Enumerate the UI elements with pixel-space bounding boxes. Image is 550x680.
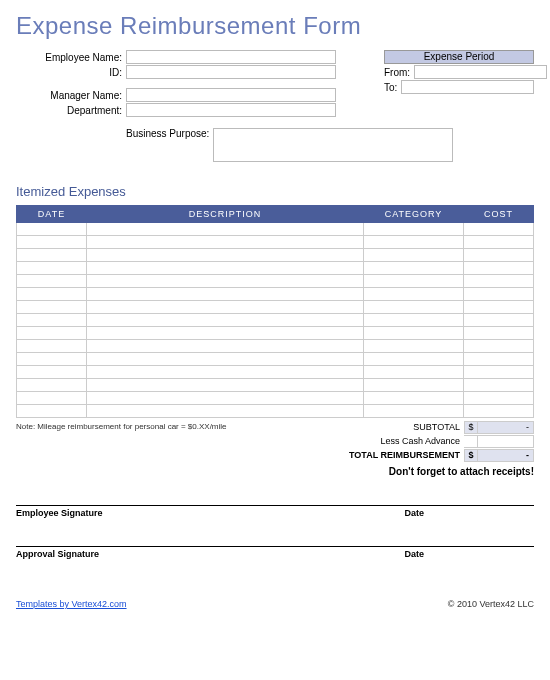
to-label: To: <box>384 82 401 93</box>
cell-description[interactable] <box>87 366 364 379</box>
employee-signature-date-label: Date <box>404 508 424 518</box>
cell-cost[interactable] <box>464 392 534 405</box>
table-row <box>17 392 534 405</box>
subtotal-label: SUBTOTAL <box>284 422 464 432</box>
cell-category[interactable] <box>364 314 464 327</box>
table-row <box>17 275 534 288</box>
templates-link[interactable]: Templates by Vertex42.com <box>16 599 127 609</box>
to-input[interactable] <box>401 80 534 94</box>
cell-date[interactable] <box>17 249 87 262</box>
cell-date[interactable] <box>17 275 87 288</box>
from-label: From: <box>384 67 414 78</box>
cell-category[interactable] <box>364 301 464 314</box>
cell-cost[interactable] <box>464 288 534 301</box>
id-input[interactable] <box>126 65 336 79</box>
department-label: Department: <box>16 105 126 116</box>
cell-cost[interactable] <box>464 236 534 249</box>
cell-description[interactable] <box>87 392 364 405</box>
department-input[interactable] <box>126 103 336 117</box>
cell-description[interactable] <box>87 236 364 249</box>
employee-fields: Employee Name: ID: Manager Name: Departm… <box>16 50 336 118</box>
cell-description[interactable] <box>87 379 364 392</box>
cell-cost[interactable] <box>464 379 534 392</box>
cell-description[interactable] <box>87 262 364 275</box>
cell-cost[interactable] <box>464 327 534 340</box>
cell-date[interactable] <box>17 353 87 366</box>
mileage-note: Note: Mileage reimbursement for personal… <box>16 422 227 431</box>
cell-description[interactable] <box>87 327 364 340</box>
cell-description[interactable] <box>87 249 364 262</box>
cell-date[interactable] <box>17 236 87 249</box>
cell-category[interactable] <box>364 340 464 353</box>
less-cash-advance-value[interactable] <box>478 435 534 448</box>
period-fields: Expense Period From: To: <box>384 50 534 118</box>
cell-category[interactable] <box>364 236 464 249</box>
table-row <box>17 353 534 366</box>
cell-category[interactable] <box>364 327 464 340</box>
cell-date[interactable] <box>17 262 87 275</box>
cell-description[interactable] <box>87 301 364 314</box>
manager-name-label: Manager Name: <box>16 90 126 101</box>
cell-category[interactable] <box>364 379 464 392</box>
cell-date[interactable] <box>17 314 87 327</box>
cell-category[interactable] <box>364 405 464 418</box>
cell-date[interactable] <box>17 288 87 301</box>
table-row <box>17 301 534 314</box>
cell-cost[interactable] <box>464 405 534 418</box>
col-description-header: DESCRIPTION <box>87 206 364 223</box>
cell-date[interactable] <box>17 327 87 340</box>
from-input[interactable] <box>414 65 547 79</box>
cell-date[interactable] <box>17 366 87 379</box>
approval-signature-date-label: Date <box>404 549 424 559</box>
business-purpose-label: Business Purpose: <box>126 128 213 162</box>
employee-signature-label: Employee Signature <box>16 508 103 518</box>
cell-category[interactable] <box>364 353 464 366</box>
cell-category[interactable] <box>364 366 464 379</box>
cell-cost[interactable] <box>464 366 534 379</box>
attach-receipts-reminder: Don't forget to attach receipts! <box>16 466 534 477</box>
col-category-header: CATEGORY <box>364 206 464 223</box>
cell-cost[interactable] <box>464 301 534 314</box>
cell-date[interactable] <box>17 379 87 392</box>
cell-description[interactable] <box>87 405 364 418</box>
table-row <box>17 327 534 340</box>
cell-date[interactable] <box>17 392 87 405</box>
less-cash-advance-cell[interactable] <box>464 435 478 448</box>
cell-date[interactable] <box>17 405 87 418</box>
total-currency: $ <box>464 449 478 462</box>
table-row <box>17 249 534 262</box>
cell-cost[interactable] <box>464 262 534 275</box>
cell-cost[interactable] <box>464 314 534 327</box>
manager-name-input[interactable] <box>126 88 336 102</box>
approval-signature-line: Approval Signature Date <box>16 546 534 559</box>
cell-category[interactable] <box>364 275 464 288</box>
employee-name-input[interactable] <box>126 50 336 64</box>
cell-cost[interactable] <box>464 353 534 366</box>
cell-description[interactable] <box>87 288 364 301</box>
cell-cost[interactable] <box>464 223 534 236</box>
table-row <box>17 262 534 275</box>
cell-description[interactable] <box>87 314 364 327</box>
expenses-table: DATE DESCRIPTION CATEGORY COST <box>16 205 534 418</box>
cell-category[interactable] <box>364 262 464 275</box>
cell-category[interactable] <box>364 223 464 236</box>
subtotal-currency: $ <box>464 421 478 434</box>
cell-description[interactable] <box>87 275 364 288</box>
cell-description[interactable] <box>87 340 364 353</box>
table-row <box>17 366 534 379</box>
cell-description[interactable] <box>87 353 364 366</box>
cell-cost[interactable] <box>464 249 534 262</box>
table-row <box>17 340 534 353</box>
col-date-header: DATE <box>17 206 87 223</box>
business-purpose-input[interactable] <box>213 128 453 162</box>
cell-date[interactable] <box>17 301 87 314</box>
table-row <box>17 379 534 392</box>
cell-category[interactable] <box>364 288 464 301</box>
cell-cost[interactable] <box>464 275 534 288</box>
cell-category[interactable] <box>364 249 464 262</box>
cell-category[interactable] <box>364 392 464 405</box>
cell-date[interactable] <box>17 223 87 236</box>
cell-description[interactable] <box>87 223 364 236</box>
cell-cost[interactable] <box>464 340 534 353</box>
cell-date[interactable] <box>17 340 87 353</box>
